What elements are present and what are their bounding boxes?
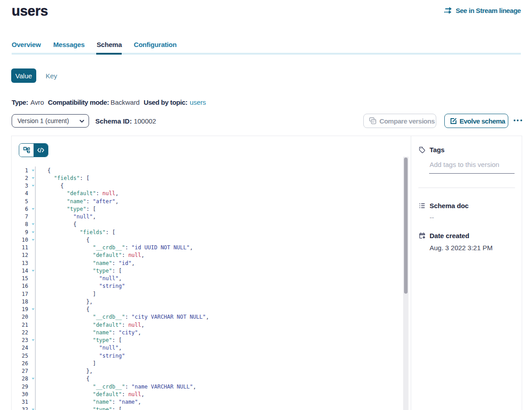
dot-icon	[517, 120, 519, 121]
line-number: 29	[12, 384, 28, 390]
tab-messages[interactable]: Messages	[53, 41, 85, 48]
fold-gutter	[28, 352, 36, 359]
code-line: 26 ]	[12, 359, 403, 367]
code-line: 29 "__crdb__": "name VARCHAR NULL",	[12, 383, 403, 390]
code-line: 27 },	[12, 367, 403, 375]
fold-arrow-icon	[32, 170, 34, 171]
scrollbar-track[interactable]	[403, 157, 409, 410]
code-text: {	[47, 376, 89, 382]
more-options-button[interactable]	[514, 117, 525, 124]
line-number: 17	[12, 291, 28, 297]
code-text: "default": null,	[47, 252, 145, 258]
compare-versions-button[interactable]: Compare versions	[363, 114, 436, 128]
code-line: 10 {	[12, 236, 403, 243]
line-number: 24	[12, 345, 28, 351]
fold-gutter	[28, 329, 36, 336]
fold-arrow-icon	[32, 378, 34, 380]
code-line: 22 "name": "city",	[12, 329, 403, 336]
topic-link[interactable]: users	[190, 98, 206, 106]
line-number: 12	[12, 252, 28, 258]
fold-gutter	[28, 383, 36, 390]
schema-doc-value: --	[430, 214, 434, 221]
see-in-stream-lineage-link[interactable]: See in Stream lineage	[444, 7, 521, 14]
fold-gutter	[28, 290, 36, 298]
fold-toggle[interactable]	[28, 375, 36, 383]
code-text: "type": [	[47, 206, 96, 212]
used-by-topic-label: Used by topic:	[144, 98, 187, 106]
fold-toggle[interactable]	[28, 182, 36, 190]
fold-toggle[interactable]	[28, 406, 36, 410]
version-select-value: Version 1 (current)	[17, 117, 69, 124]
tags-input[interactable]	[429, 158, 515, 174]
version-select[interactable]: Version 1 (current)	[12, 114, 89, 128]
fold-gutter	[28, 367, 36, 375]
fold-arrow-icon	[32, 185, 34, 187]
code-text: "default": null,	[47, 322, 145, 328]
code-text: "default": null,	[47, 190, 119, 196]
compare-versions-icon	[369, 117, 376, 124]
compare-versions-label: Compare versions	[379, 117, 435, 125]
code-text: {	[47, 167, 51, 174]
fold-toggle[interactable]	[28, 205, 36, 213]
fold-toggle[interactable]	[28, 267, 36, 274]
code-text: "name": "id",	[47, 260, 135, 266]
tab-schema[interactable]: Schema	[97, 41, 122, 48]
dot-icon	[514, 120, 515, 121]
code-text: "null",	[47, 275, 122, 282]
fold-toggle[interactable]	[28, 337, 36, 344]
schema-meta-row: Type: Avro Compatibility mode: Backward …	[0, 98, 532, 107]
tag-icon	[419, 146, 426, 153]
code-text: ]	[47, 291, 96, 297]
code-text: "type": [	[47, 406, 122, 410]
date-created-title: Date created	[430, 232, 469, 239]
tab-configuration[interactable]: Configuration	[134, 41, 177, 48]
line-number: 7	[12, 214, 28, 220]
type-value: Avro	[30, 98, 44, 106]
fold-gutter	[28, 321, 36, 329]
lineage-link-label: See in Stream lineage	[455, 7, 521, 14]
line-number: 9	[12, 229, 28, 235]
code-text: "__crdb__": "name VARCHAR NULL",	[47, 384, 196, 390]
code-line: 14 "type": [	[12, 267, 403, 274]
fold-toggle[interactable]	[28, 306, 36, 313]
scrollbar-thumb[interactable]	[404, 158, 408, 294]
evolve-schema-button[interactable]: Evolve schema	[444, 114, 508, 128]
view-mode-toggle	[19, 143, 48, 157]
line-number: 13	[12, 260, 28, 266]
code-line: 15 "null",	[12, 275, 403, 282]
code-line: 13 "name": "id",	[12, 259, 403, 267]
code-text: "null",	[47, 214, 96, 220]
tab-active-underline	[96, 53, 122, 55]
tab-overview[interactable]: Overview	[12, 41, 41, 48]
line-number: 28	[12, 376, 28, 382]
code-line: 11 "__crdb__": "id UUID NOT NULL",	[12, 244, 403, 252]
code-view-button[interactable]	[34, 144, 48, 157]
line-number: 14	[12, 268, 28, 274]
fold-toggle[interactable]	[28, 221, 36, 228]
code-lines: 1{2 "fields": [3 {4 "default": null,5 "n…	[12, 167, 403, 410]
code-text: "name": "after",	[47, 198, 119, 205]
code-editor[interactable]: 1{2 "fields": [3 {4 "default": null,5 "n…	[12, 167, 403, 410]
fold-toggle[interactable]	[28, 228, 36, 236]
code-text: "default": null,	[47, 391, 145, 397]
fold-toggle[interactable]	[28, 174, 36, 182]
code-line: 28 {	[12, 375, 403, 383]
fold-toggle[interactable]	[28, 236, 36, 243]
code-text: "fields": [	[47, 175, 89, 181]
code-line: 5 "name": "after",	[12, 197, 403, 205]
code-line: 4 "default": null,	[12, 190, 403, 197]
fold-arrow-icon	[32, 270, 34, 272]
code-line: 18 },	[12, 298, 403, 305]
code-line: 7 "null",	[12, 213, 403, 221]
tree-view-button[interactable]	[19, 144, 34, 157]
code-line: 19 {	[12, 306, 403, 313]
fold-toggle[interactable]	[28, 167, 36, 174]
key-tab-button[interactable]: Key	[46, 68, 57, 83]
fold-arrow-icon	[32, 223, 34, 225]
code-text: ]	[47, 360, 96, 367]
schema-page: users See in Stream lineage Overview Mes…	[0, 0, 532, 410]
line-number: 3	[12, 183, 28, 189]
code-line: 32 "type": [	[12, 406, 403, 410]
line-number: 15	[12, 275, 28, 282]
value-tab-button[interactable]: Value	[11, 68, 36, 83]
